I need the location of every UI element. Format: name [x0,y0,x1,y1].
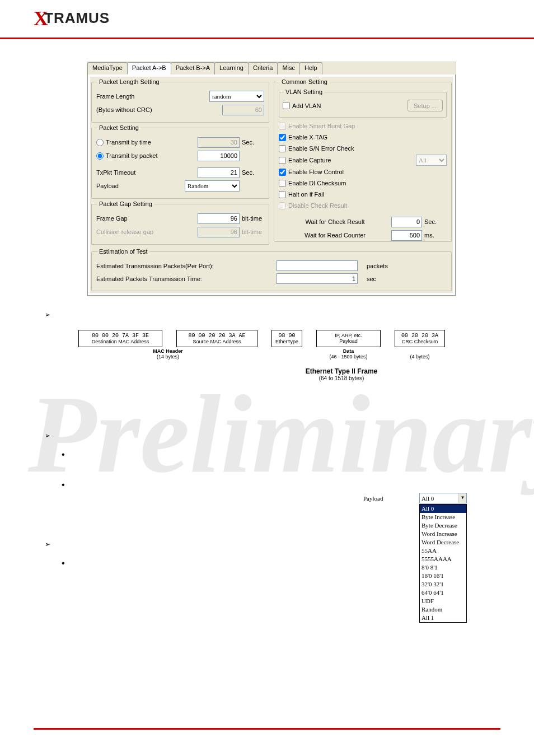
packet-gap-legend: Packet Gap Setting [97,200,154,207]
packet-setting-group: Packet Setting Transmit by time Sec. [91,124,269,199]
payload-selected: All 0 [421,495,434,502]
enable-flow-control-label: Enable Flow Control [288,169,344,175]
ethertype-box: 08 00 EtherType [271,330,302,347]
dest-mac-label: Destination MAC Address [82,339,158,344]
collision-gap-label: Collision release gap [96,228,198,235]
list-item[interactable]: 8'0 8'1 [420,563,466,572]
vlan-setting-group: VLAN Setting Add VLAN Setup ... [279,88,447,118]
transmit-by-time-radio[interactable] [96,139,104,146]
tab-misc[interactable]: Misc [277,62,300,74]
disable-check-result-checkbox [279,202,286,209]
list-item[interactable]: Byte Decrease [420,521,466,530]
tab-body-inner: Packet Length Setting Frame Length rando… [90,77,453,293]
payload-box-label: Payload [320,338,377,344]
packet-length-group: Packet Length Setting Frame Length rando… [91,78,269,123]
tab-mediatype[interactable]: MediaType [87,62,128,74]
payload-demo-select[interactable]: All 0 ▼ [419,493,467,503]
est-time-label: Estimated Packets Transmission Time: [96,276,225,282]
crc-bytes: (4 bytes) [410,354,429,360]
capture-select: All [416,155,447,166]
enable-sn-error-checkbox[interactable] [279,145,286,152]
txpkt-timeout-input[interactable] [198,167,240,178]
data-bytes: (46 - 1500 bytes) [329,354,367,360]
list-item[interactable]: 55AA [420,547,466,555]
disable-check-result-label: Disable Check Result [288,202,347,209]
tab-row: MediaType Packet A->B Packet B->A Learni… [87,62,456,74]
payload-select[interactable]: Random [185,180,240,192]
list-item[interactable]: 5555AAAA [420,555,466,563]
bytes-input [222,105,264,115]
logo-rest: TRAMUS [44,10,110,27]
vlan-setup-button: Setup ... [407,100,443,111]
collision-gap-input [198,227,240,237]
collision-gap-unit: bit-time [242,228,264,235]
txpkt-timeout-label: TxPkt Timeout [96,169,198,176]
src-mac-box: 80 00 20 20 3A AE Source MAC Address [176,330,257,347]
add-vlan-checkbox[interactable] [283,102,290,109]
mac-header-bytes: (14 bytes) [157,354,179,360]
wait-check-input[interactable] [391,217,422,227]
transmit-time-unit: Sec. [242,139,264,146]
src-mac-hex: 80 00 20 20 3A AE [180,333,254,339]
page-footer [34,728,500,739]
transmit-packet-input[interactable] [198,151,240,161]
est-packets-label: Estimated Transmission Packets(Per Port)… [96,263,225,269]
list-item[interactable]: All 1 [420,614,466,622]
enable-flow-control-checkbox[interactable] [279,169,286,176]
list-item[interactable]: UDF [420,597,466,605]
list-item[interactable]: 32'0 32'1 [420,580,466,589]
halt-on-fail-label: Halt on if Fail [288,191,324,198]
crc-box: 00 20 20 3A CRC Checksum [395,330,445,347]
frame-gap-input[interactable] [198,213,240,224]
packet-gap-group: Packet Gap Setting Frame Gap bit-time Co… [91,200,269,245]
frame-length-select[interactable]: random [209,91,264,102]
bullet-arrow-1: ➢ [45,311,500,319]
payload-top: IP, ARP, etc. [320,333,377,338]
src-mac-label: Source MAC Address [180,339,254,344]
tab-learning[interactable]: Learning [214,62,249,74]
payload-label: Payload [96,183,185,189]
est-time-unit: sec [367,276,376,282]
tab-packet-ba[interactable]: Packet B->A [171,62,215,74]
list-item[interactable]: Random [420,605,466,614]
enable-di-checksum-checkbox[interactable] [279,180,286,187]
enable-capture-checkbox[interactable] [279,157,286,164]
transmit-by-packet-label: Transmit by packet [106,152,158,159]
tab-criteria[interactable]: Criteria [248,62,278,74]
tab-help[interactable]: Help [299,62,322,74]
list-item[interactable]: Byte Increase [420,513,466,521]
bullet-dot-2: • [62,480,500,490]
bytes-without-crc-label: (Bytes without CRC) [96,106,222,113]
wait-read-input[interactable] [391,230,422,241]
estimation-group: Estimation of Test Estimated Transmissio… [91,248,452,291]
list-item[interactable]: 64'0 64'1 [420,589,466,597]
enable-xtag-label: Enable X-TAG [288,134,327,141]
estimation-legend: Estimation of Test [97,248,149,255]
tab-packet-ab[interactable]: Packet A->B [127,62,171,74]
halt-on-fail-checkbox[interactable] [279,191,286,198]
payload-box: IP, ARP, etc. Payload [316,330,381,347]
wait-read-label: Wait for Read Counter [279,232,391,239]
transmit-by-packet-radio[interactable] [96,152,104,160]
enable-smart-burst-label: Enable Smart Burst Gap [288,123,355,129]
est-packets-input [277,260,358,271]
transmit-time-input [198,137,240,148]
bullet-arrow-2: ➢ [45,432,500,440]
list-item[interactable]: Word Increase [420,530,466,538]
data-label: Data [343,348,354,354]
list-item[interactable]: Word Decrease [420,538,466,547]
frame-gap-unit: bit-time [242,215,264,222]
list-item[interactable]: 16'0 16'1 [420,572,466,580]
crc-hex: 00 20 20 3A [399,333,441,339]
tab-body: Packet Length Setting Frame Length rando… [87,74,456,296]
list-item[interactable]: All 0 [420,505,466,513]
enable-xtag-checkbox[interactable] [279,134,286,141]
frame-length-label: Frame Length [96,93,209,100]
dest-mac-box: 80 00 20 7A 3F 3E Destination MAC Addres… [78,330,162,347]
frame-title: Ethernet Type II Frame (64 to 1518 bytes… [213,367,470,381]
payload-dropdown-demo: Payload All 0 ▼ All 0 Byte Increase Byte… [363,493,467,623]
enable-sn-error-label: Enable S/N Error Check [288,145,354,152]
vlan-setting-legend: VLAN Setting [284,88,324,95]
dest-mac-hex: 80 00 20 7A 3F 3E [82,333,158,339]
transmit-by-time-label: Transmit by time [106,139,151,146]
